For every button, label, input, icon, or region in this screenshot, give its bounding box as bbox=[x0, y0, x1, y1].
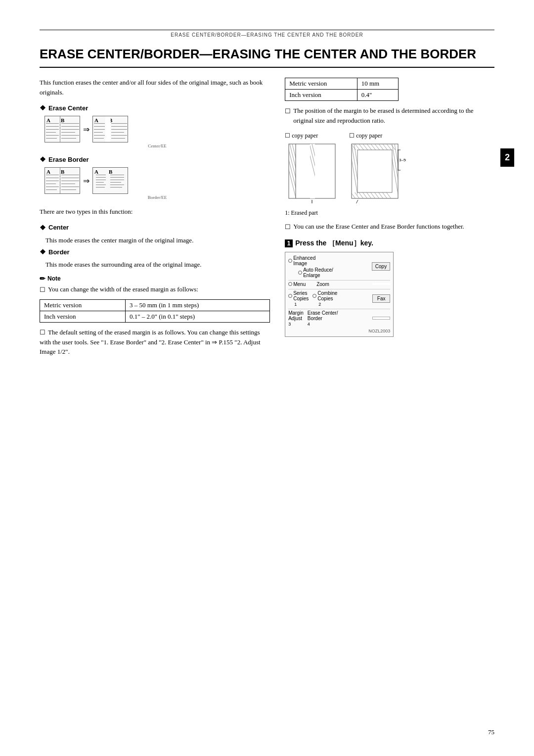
copy-box-left: ☐ copy paper bbox=[285, 132, 339, 205]
margin-adjust-label: MarginAdjust bbox=[288, 310, 304, 321]
border-body: This mode erases the surrounding area of… bbox=[45, 260, 270, 270]
table-cell: Inch version bbox=[40, 311, 126, 323]
table-cell: Metric version bbox=[40, 300, 126, 311]
svg-rect-50 bbox=[357, 150, 392, 192]
diamond-icon-4: ❖ bbox=[40, 248, 46, 256]
erase-border-header: ❖ Erase Border bbox=[40, 155, 270, 163]
checkbox-icon-4: ☐ bbox=[285, 222, 291, 232]
checkbox-icon-1: ☐ bbox=[40, 285, 45, 295]
table-cell: 3 – 50 mm (in 1 mm steps) bbox=[125, 300, 269, 311]
table-row: Inch version0.1" – 2.0" (in 0.1" steps) bbox=[40, 311, 270, 323]
panel-radio-series: SeriesCopies bbox=[288, 290, 309, 301]
checkbox-icon-2: ☐ bbox=[40, 329, 45, 336]
panel-radio-enhanced: EnhancedImage bbox=[288, 255, 370, 266]
intro-text: This function erases the center and/or a… bbox=[40, 78, 270, 97]
table-cell: Metric version bbox=[285, 78, 357, 90]
panel-caption: NOZL2003 bbox=[288, 329, 390, 333]
page-number: 75 bbox=[488, 728, 494, 736]
diamond-icon-3: ❖ bbox=[40, 224, 46, 232]
table-cell: Inch version bbox=[285, 90, 357, 101]
panel-radio-combine: CombineCopies bbox=[312, 290, 337, 301]
erase-center-diagram: A B bbox=[44, 116, 270, 142]
table-cell: 0.1" – 2.0" (in 0.1" steps) bbox=[125, 311, 269, 323]
panel-radio-auto: Auto Reduce/Enlarge bbox=[298, 267, 370, 278]
default-values-table: Metric version10 mmInch version0.4" bbox=[285, 78, 399, 101]
panel-radio-menu: Menu Zoom bbox=[288, 282, 370, 287]
note-section: ✏ Note ☐ You can change the width of the… bbox=[40, 275, 270, 295]
fax-button: Fax bbox=[372, 294, 390, 303]
center-subheader: ❖ Center bbox=[40, 224, 270, 232]
checkbox-small-icon-2: ☐ bbox=[349, 132, 355, 140]
arrow-icon: ⇒ bbox=[83, 125, 89, 134]
copy-label-right: ☐ copy paper bbox=[349, 132, 406, 140]
table-cell: 0.4" bbox=[357, 90, 399, 101]
panel-row-3: SeriesCopies 1 CombineCopies 2 bbox=[288, 290, 390, 307]
erased-part-label: 1: Erased part bbox=[285, 209, 494, 217]
center-diagram-caption: Center/EE bbox=[44, 143, 270, 148]
empty-btn-1 bbox=[372, 283, 390, 285]
copy-button: Copy bbox=[372, 262, 390, 271]
arrow-icon-2: ⇒ bbox=[83, 176, 89, 186]
note-pencil-icon: ✏ bbox=[40, 275, 45, 283]
chapter-number: 2 bbox=[500, 148, 514, 167]
erase-center-header: ❖ Erase Center bbox=[40, 104, 270, 112]
copy-diagrams: ☐ copy paper bbox=[285, 132, 494, 205]
erase-together-note: ☐ You can use the Erase Center and Erase… bbox=[285, 222, 494, 232]
diamond-icon: ❖ bbox=[40, 104, 46, 112]
erased-margin-table: Metric version3 – 50 mm (in 1 mm steps)I… bbox=[40, 299, 270, 323]
table-cell: 10 mm bbox=[357, 78, 399, 90]
table-row: Metric version10 mm bbox=[285, 78, 399, 90]
border-erase-svg: 3–50mm 1 bbox=[349, 142, 406, 203]
copy-label-left: ☐ copy paper bbox=[285, 132, 339, 140]
center-erase-svg: 1 bbox=[285, 142, 339, 203]
border-diagram-caption: Border/EE bbox=[44, 195, 270, 200]
top-rule bbox=[40, 30, 494, 30]
table-row: Metric version3 – 50 mm (in 1 mm steps) bbox=[40, 300, 270, 311]
erase-border-diagram: A B ⇒ bbox=[44, 167, 270, 194]
breadcrumb: ERASE CENTER/BORDER—ERASING THE CENTER A… bbox=[40, 32, 494, 38]
step1-header: 1 Press the ［Menu］key. bbox=[285, 239, 494, 248]
diamond-icon-2: ❖ bbox=[40, 155, 46, 163]
default-note-text: ☐The default setting of the erased margi… bbox=[40, 328, 270, 357]
checkbox-small-icon: ☐ bbox=[285, 132, 290, 140]
page-title: ERASE CENTER/BORDER—ERASING THE CENTER A… bbox=[40, 47, 494, 68]
svg-text:3–50mm: 3–50mm bbox=[399, 158, 406, 162]
two-types-text: There are two types in this function: bbox=[40, 207, 270, 217]
panel-row-2: Menu Zoom bbox=[288, 282, 390, 287]
table-row: Inch version0.4" bbox=[285, 90, 399, 101]
svg-line-56 bbox=[355, 200, 358, 203]
checkbox-icon-3: ☐ bbox=[285, 106, 291, 116]
step-number: 1 bbox=[285, 239, 293, 247]
center-body: This mode erases the center margin of th… bbox=[45, 236, 270, 245]
note-item-1: ☐ You can change the width of the erased… bbox=[40, 284, 270, 295]
panel-row-4: MarginAdjust 3 Erase Center/Border 4 bbox=[288, 310, 390, 327]
copy-box-right: ☐ copy paper bbox=[349, 132, 406, 205]
note-title: ✏ Note bbox=[40, 275, 270, 283]
erase-center-label: Erase Center/Border bbox=[308, 310, 338, 321]
panel-row-1: EnhancedImage Auto Reduce/Enlarge Copy bbox=[288, 255, 390, 278]
panel-diagram: EnhancedImage Auto Reduce/Enlarge Copy bbox=[285, 252, 394, 337]
border-subheader: ❖ Border bbox=[40, 248, 270, 256]
empty-btn-2 bbox=[372, 317, 390, 320]
margin-note: ☐ The position of the margin to be erase… bbox=[285, 106, 494, 125]
